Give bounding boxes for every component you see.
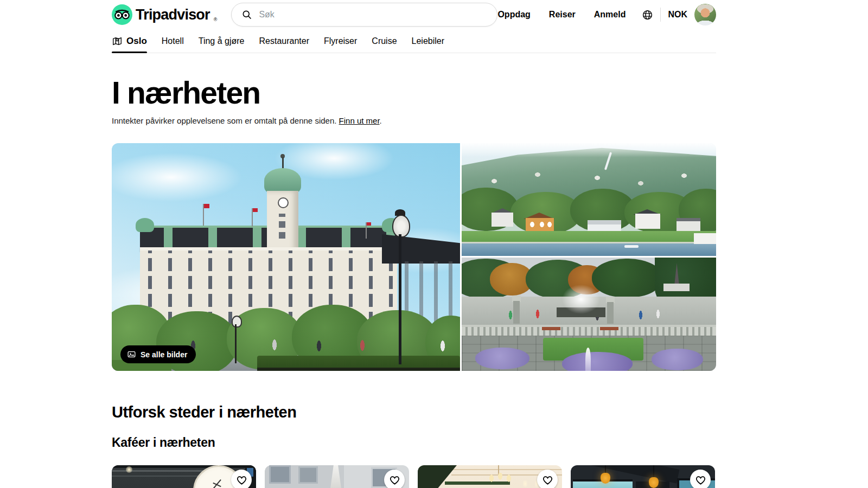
house (492, 213, 513, 227)
bench (542, 327, 560, 330)
tab-restauranter[interactable]: Restauranter (259, 29, 309, 53)
window (298, 466, 318, 484)
header-divider (660, 8, 661, 22)
cafe-card-3[interactable] (418, 465, 562, 488)
distant-buildings (663, 284, 690, 291)
see-all-photos-button[interactable]: Se alle bilder (120, 345, 196, 363)
purple-flowers (475, 348, 529, 369)
fjord-water (462, 243, 716, 256)
top-header: Tripadvisor ® Oppdag Reiser Anmeld (112, 0, 716, 29)
tripadvisor-logo[interactable]: Tripadvisor ® (112, 4, 217, 25)
globe-icon[interactable] (642, 9, 653, 21)
favorite-button[interactable] (231, 470, 252, 488)
fountain-jet (585, 348, 591, 371)
norwegian-flag (253, 208, 258, 212)
tab-leiebiler[interactable]: Leiebiler (412, 29, 444, 53)
revenue-disclaimer: Inntekter påvirker opplevelsene som er o… (112, 116, 382, 125)
pendant-cord (653, 465, 654, 478)
see-all-photos-label: Se alle bilder (141, 350, 187, 359)
tab-cruise[interactable]: Cruise (372, 29, 397, 53)
tab-ting-a-gjore[interactable]: Ting å gjøre (199, 29, 245, 53)
lamppost-small (235, 324, 237, 363)
norwegian-flag (367, 222, 371, 226)
registered-mark: ® (214, 17, 218, 22)
user-avatar[interactable] (694, 4, 716, 25)
currency-selector[interactable]: NOK (668, 10, 687, 20)
explore-heading: Utforsk steder i nærheten (112, 403, 296, 421)
search-bar[interactable] (231, 3, 497, 27)
favorite-button[interactable] (384, 470, 405, 488)
cafe-card-2[interactable] (265, 465, 409, 488)
norwegian-flag (204, 204, 209, 208)
house (676, 218, 700, 232)
heart-icon (236, 474, 247, 486)
pendant-lamp (601, 473, 610, 484)
photo-icon (127, 350, 136, 359)
iron-fence (257, 368, 460, 371)
tree (592, 259, 662, 298)
tab-oslo-label: Oslo (126, 36, 147, 47)
lamppost-pole (399, 234, 401, 364)
brand-wordmark: Tripadvisor (136, 7, 210, 23)
tripadvisor-nearby-page: Tripadvisor ® Oppdag Reiser Anmeld (0, 0, 868, 488)
header-utilities: NOK (642, 4, 716, 25)
cafes-card-row (112, 465, 716, 488)
waterside-building (694, 233, 716, 244)
cafe-card-4[interactable] (571, 465, 715, 488)
lamppost-small-head (232, 316, 242, 328)
photo-gallery: Se alle bilder (112, 143, 716, 371)
map-icon (112, 36, 123, 47)
bench (600, 327, 618, 330)
destination-nav: Oslo Hotell Ting å gjøre Restauranter Fl… (112, 29, 716, 53)
hero-photo-top-right[interactable] (462, 143, 716, 256)
closed-umbrella (329, 465, 343, 488)
cloud (112, 153, 242, 202)
cloud-band (462, 143, 716, 157)
favorite-button[interactable] (690, 470, 711, 488)
disclaimer-period: . (380, 116, 382, 125)
page-title: I nærheten (112, 75, 260, 111)
clock-tower-dome (264, 168, 301, 193)
stone-pillar (513, 301, 520, 324)
tower-clock-face (278, 197, 289, 208)
purple-flowers (562, 352, 633, 371)
disclaimer-text: Inntekter påvirker opplevelsene som er o… (112, 116, 336, 125)
window (269, 465, 291, 484)
cafes-heading: Kaféer i nærheten (112, 435, 215, 450)
boat (624, 245, 639, 248)
nav-reiser[interactable]: Reiser (549, 10, 576, 20)
purple-flowers (652, 349, 703, 370)
favorite-button[interactable] (537, 470, 558, 488)
finn-ut-mer-link[interactable]: Finn ut mer (339, 116, 380, 125)
heart-icon (695, 474, 706, 486)
house (635, 214, 660, 229)
pendant-lamp (649, 477, 659, 488)
ceiling-lamp (126, 466, 132, 473)
search-input[interactable] (258, 9, 490, 20)
hero-photo-bottom-right[interactable] (462, 258, 716, 371)
tower-window (279, 214, 285, 239)
search-icon (241, 9, 252, 20)
nav-anmeld[interactable]: Anmeld (594, 10, 626, 20)
hotel-turret (136, 218, 154, 232)
tripadvisor-owl-icon (112, 4, 132, 25)
tab-hotell[interactable]: Hotell (162, 29, 184, 53)
heart-icon (389, 474, 400, 486)
cafe-card-1[interactable] (112, 465, 256, 488)
primary-nav: Oppdag Reiser Anmeld (497, 10, 626, 20)
heart-icon (542, 474, 553, 486)
hero-main-photo[interactable]: Se alle bilder (112, 143, 460, 371)
nav-oppdag[interactable]: Oppdag (497, 10, 530, 20)
fountain-spray (562, 285, 600, 314)
tab-flyreiser[interactable]: Flyreiser (324, 29, 357, 53)
wall-lamp (523, 480, 527, 487)
chandelier-candles (486, 473, 514, 483)
ceiling-beam (112, 465, 256, 468)
stone-pillar (607, 302, 614, 324)
tab-oslo[interactable]: Oslo (112, 29, 147, 53)
